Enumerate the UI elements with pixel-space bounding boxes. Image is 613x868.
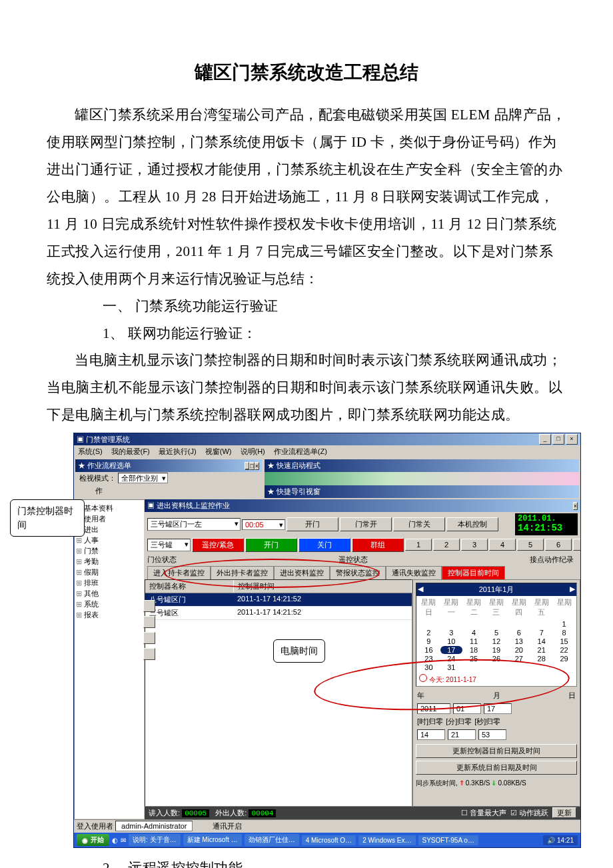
- num-button-3[interactable]: 3: [461, 539, 488, 551]
- tree-node[interactable]: 进出: [76, 524, 143, 535]
- tab-data[interactable]: 进出资料监控: [274, 566, 330, 579]
- tree-node[interactable]: 假期: [76, 567, 143, 577]
- calendar-day[interactable]: 31: [440, 663, 462, 671]
- calendar-day[interactable]: 2: [418, 629, 440, 637]
- task-button[interactable]: 说明: 关于音…: [129, 834, 181, 846]
- calendar-day[interactable]: 10: [440, 637, 462, 645]
- tool-button[interactable]: [143, 648, 155, 660]
- calendar-day[interactable]: 19: [486, 646, 508, 654]
- volume-check[interactable]: 音量最大声: [470, 809, 506, 817]
- menu-workflow[interactable]: 作业流程选单(Z): [274, 447, 327, 455]
- calendar-day[interactable]: 30: [418, 663, 440, 671]
- menu-system[interactable]: 系统(S): [78, 447, 103, 455]
- minimize-button[interactable]: _: [539, 434, 551, 445]
- calendar-day[interactable]: [440, 620, 462, 628]
- tree-root[interactable]: 基本资料: [76, 503, 143, 513]
- num-button-2[interactable]: 2: [433, 539, 460, 551]
- tool-button[interactable]: [143, 632, 155, 644]
- next-month-button[interactable]: ▶: [570, 585, 575, 595]
- open-button[interactable]: 开门: [245, 538, 297, 552]
- monitor-close-button[interactable]: ×: [573, 502, 578, 510]
- calendar-day[interactable]: [418, 620, 440, 628]
- calendar-grid[interactable]: 1234567891011121314151617181920212223242…: [416, 619, 576, 673]
- system-tray[interactable]: 🔊 14:21: [543, 835, 578, 845]
- door-always-close-button[interactable]: 门常关: [393, 517, 445, 531]
- tree-node[interactable]: 其他: [76, 588, 143, 599]
- year-input[interactable]: 2011: [417, 703, 450, 714]
- open-door-button[interactable]: 开门: [287, 517, 338, 531]
- tree-node[interactable]: 使用者: [76, 513, 143, 524]
- hour-reset-button[interactable]: [时]归零: [417, 717, 443, 727]
- sec-input[interactable]: 53: [478, 729, 506, 740]
- task-button[interactable]: 新建 Microsoft …: [183, 834, 242, 846]
- tab-exit[interactable]: 外出持卡者监控: [211, 566, 274, 579]
- door-always-open-button[interactable]: 门常开: [340, 517, 392, 531]
- calendar-day[interactable]: [508, 620, 530, 628]
- hour-input[interactable]: 14: [417, 729, 445, 740]
- menu-recent[interactable]: 最近执行(J): [159, 447, 197, 455]
- calendar-day[interactable]: 9: [418, 637, 440, 645]
- tab-ctrl-time[interactable]: 控制器目前时间: [442, 566, 505, 579]
- calendar-day[interactable]: 26: [486, 655, 508, 663]
- door-select[interactable]: 三号罐区门一左: [147, 518, 241, 531]
- calendar-day[interactable]: 21: [530, 646, 552, 654]
- calendar-day[interactable]: 12: [486, 637, 508, 645]
- calendar-day[interactable]: 16: [418, 646, 440, 654]
- calendar-day[interactable]: 6: [508, 629, 530, 637]
- calendar-day[interactable]: 28: [530, 655, 552, 663]
- panel-max-button[interactable]: □: [249, 462, 254, 470]
- task-button[interactable]: SYSOFT-95A o…: [418, 835, 478, 845]
- num-button-4[interactable]: 4: [489, 539, 516, 551]
- tree-node[interactable]: 门禁: [76, 545, 143, 556]
- calendar-day[interactable]: 20: [508, 646, 530, 654]
- time-field[interactable]: 00:05: [242, 519, 285, 530]
- update-ctrl-time-button[interactable]: 更新控制器目前日期及时间: [416, 744, 577, 758]
- menu-window[interactable]: 视窗(W): [205, 447, 232, 455]
- month-input[interactable]: 01: [453, 703, 481, 714]
- nav-tree[interactable]: 基本资料 使用者 进出 人事 门禁 考勤 假期 排班 其他 系统 报表: [74, 499, 145, 819]
- local-control-button[interactable]: 本机控制: [446, 517, 498, 531]
- calendar-day[interactable]: 18: [463, 646, 485, 654]
- tab-alarm[interactable]: 警报状态监控: [330, 566, 386, 579]
- tree-node[interactable]: 考勤: [76, 556, 143, 567]
- calendar-day[interactable]: [530, 663, 552, 671]
- panel-close-button[interactable]: ×: [255, 462, 259, 470]
- calendar-day[interactable]: 5: [486, 629, 508, 637]
- calendar-day[interactable]: 1: [553, 620, 575, 628]
- controller-table[interactable]: 控制器名称 控制器时间 八号罐区门 2011-1-17 14:21:52 三号罐…: [145, 579, 412, 807]
- menu-favorites[interactable]: 我的最爱(F): [111, 447, 150, 455]
- calendar-day[interactable]: 29: [553, 655, 575, 663]
- calendar-day[interactable]: 17: [440, 646, 462, 654]
- calendar-day[interactable]: 14: [530, 637, 552, 645]
- task-button[interactable]: 劲销酒厂仕佳…: [245, 834, 299, 846]
- tree-node[interactable]: 排班: [76, 577, 143, 588]
- task-button[interactable]: 4 Microsoft O…: [302, 835, 356, 845]
- maximize-button[interactable]: □: [552, 434, 564, 445]
- quicklaunch-icon[interactable]: ◐: [112, 837, 118, 844]
- min-reset-button[interactable]: [分]归零: [446, 717, 472, 727]
- num-button-1[interactable]: 1: [405, 539, 432, 551]
- min-input[interactable]: 21: [448, 729, 476, 740]
- calendar-day[interactable]: 11: [463, 637, 485, 645]
- calendar-day[interactable]: 13: [508, 637, 530, 645]
- table-row[interactable]: 三号罐区 2011-1-17 14:21:52: [145, 607, 412, 620]
- tool-button[interactable]: [143, 616, 155, 628]
- ctrl-select[interactable]: 三号罐: [147, 539, 191, 551]
- refresh-button[interactable]: 更新: [552, 807, 576, 818]
- close-latch-button[interactable]: 关门: [299, 538, 350, 552]
- tab-commfail[interactable]: 通讯失败监控: [386, 566, 442, 579]
- calendar-day[interactable]: 22: [553, 646, 575, 654]
- num-button-5[interactable]: 5: [517, 539, 544, 551]
- calendar-day[interactable]: [486, 620, 508, 628]
- table-row[interactable]: 八号罐区门 2011-1-17 14:21:52: [145, 593, 412, 607]
- tree-node[interactable]: 系统: [76, 599, 143, 609]
- calendar-day[interactable]: 27: [508, 655, 530, 663]
- tool-button[interactable]: [143, 600, 155, 612]
- alarm-button[interactable]: 遥控/紧急: [192, 538, 244, 552]
- sec-reset-button[interactable]: [秒]归零: [474, 717, 500, 727]
- num-button-7[interactable]: 7: [573, 539, 580, 551]
- task-button[interactable]: 2 Windows Ex…: [358, 835, 415, 845]
- calendar-day[interactable]: [486, 663, 508, 671]
- calendar-day[interactable]: 23: [418, 655, 440, 663]
- calendar-day[interactable]: [553, 663, 575, 671]
